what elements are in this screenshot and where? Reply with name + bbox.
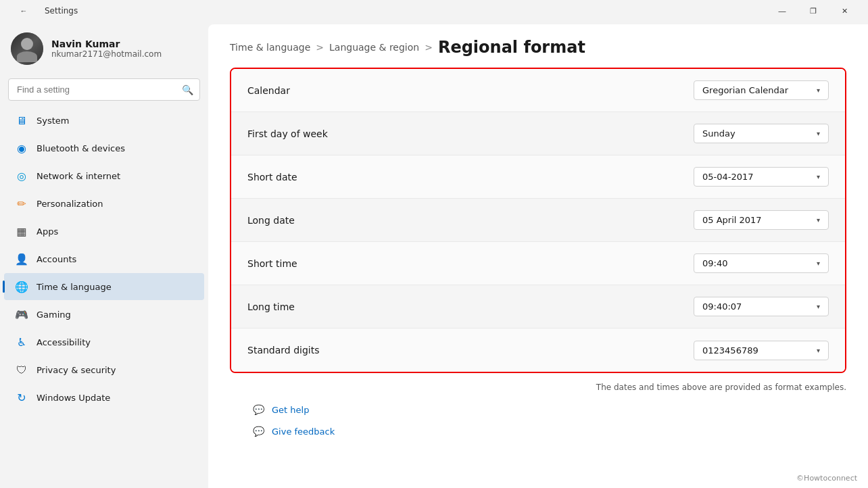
back-button[interactable]: ← <box>8 0 39 22</box>
main-content: Time & language > Language & region > Re… <box>208 24 868 488</box>
help-icon: 💬 <box>251 403 265 416</box>
setting-value-6: 0123456789 <box>702 345 758 356</box>
system-icon: 🖥 <box>15 114 28 127</box>
sidebar-item-bluetooth[interactable]: ◉Bluetooth & devices <box>4 135 204 162</box>
search-input[interactable] <box>8 78 200 101</box>
sidebar-item-apps[interactable]: ▦Apps <box>4 218 204 245</box>
sidebar-item-accessibility[interactable]: ♿Accessibility <box>4 328 204 356</box>
sidebar-item-label-system: System <box>37 116 69 126</box>
search-icon: 🔍 <box>182 84 193 95</box>
chevron-down-icon-0: ▾ <box>817 87 820 94</box>
gaming-icon: 🎮 <box>15 308 28 321</box>
sidebar-item-label-time: Time & language <box>37 282 112 292</box>
sidebar-item-system[interactable]: 🖥System <box>4 107 204 134</box>
setting-dropdown-6[interactable]: 0123456789▾ <box>694 341 829 360</box>
give-feedback-link[interactable]: 💬 Give feedback <box>251 424 825 438</box>
setting-row-3: Long date05 April 2017▾ <box>231 199 845 242</box>
sidebar-item-label-network: Network & internet <box>37 171 120 181</box>
setting-value-2: 05-04-2017 <box>702 172 754 182</box>
setting-dropdown-3[interactable]: 05 April 2017▾ <box>694 210 829 230</box>
accounts-icon: 👤 <box>15 252 28 266</box>
setting-label-4: Short time <box>247 258 297 269</box>
chevron-down-icon-1: ▾ <box>817 130 820 137</box>
privacy-icon: 🛡 <box>15 363 28 376</box>
sidebar-item-accounts[interactable]: 👤Accounts <box>4 245 204 272</box>
sidebar-item-label-bluetooth: Bluetooth & devices <box>37 143 125 153</box>
apps-icon: ▦ <box>15 224 28 238</box>
sidebar-item-label-accounts: Accounts <box>37 254 76 264</box>
network-icon: ◎ <box>15 169 28 182</box>
setting-row-5: Long time09:40:07▾ <box>231 285 845 328</box>
bluetooth-icon: ◉ <box>15 141 28 155</box>
titlebar: ← Settings — ❐ ✕ <box>0 0 868 22</box>
setting-row-4: Short time09:40▾ <box>231 242 845 285</box>
update-icon: ↻ <box>15 391 28 404</box>
breadcrumb-sep2: > <box>425 42 433 53</box>
personalization-icon: ✏ <box>15 197 28 210</box>
setting-value-3: 05 April 2017 <box>702 215 762 225</box>
sidebar: Navin Kumar nkumar2171@hotmail.com 🔍 🖥Sy… <box>0 22 208 488</box>
setting-dropdown-4[interactable]: 09:40▾ <box>694 253 829 273</box>
setting-label-3: Long date <box>247 215 295 226</box>
setting-row-1: First day of weekSunday▾ <box>231 112 845 155</box>
close-button[interactable]: ✕ <box>829 0 860 22</box>
settings-content: CalendarGregorian Calendar▾First day of … <box>208 68 868 471</box>
search-box: 🔍 <box>8 78 200 101</box>
sidebar-item-label-personalization: Personalization <box>37 199 103 209</box>
setting-row-0: CalendarGregorian Calendar▾ <box>231 69 845 112</box>
nav-list: 🖥System◉Bluetooth & devices◎Network & in… <box>0 106 208 412</box>
setting-dropdown-2[interactable]: 05-04-2017▾ <box>694 167 829 187</box>
sidebar-item-label-privacy: Privacy & security <box>37 365 116 375</box>
accessibility-icon: ♿ <box>15 335 28 349</box>
sidebar-item-personalization[interactable]: ✏Personalization <box>4 190 204 217</box>
avatar-image <box>11 32 43 65</box>
setting-row-2: Short date05-04-2017▾ <box>231 155 845 199</box>
chevron-down-icon-4: ▾ <box>817 260 820 267</box>
sidebar-item-gaming[interactable]: 🎮Gaming <box>4 301 204 328</box>
chevron-down-icon-5: ▾ <box>817 303 820 310</box>
sidebar-item-network[interactable]: ◎Network & internet <box>4 162 204 189</box>
sidebar-item-update[interactable]: ↻Windows Update <box>4 384 204 411</box>
breadcrumb-part1[interactable]: Time & language <box>230 42 310 53</box>
setting-dropdown-5[interactable]: 09:40:07▾ <box>694 297 829 316</box>
format-note: The dates and times above are provided a… <box>230 379 846 395</box>
setting-row-6: Standard digits0123456789▾ <box>231 328 845 372</box>
sidebar-item-time[interactable]: 🌐Time & language <box>4 273 204 300</box>
feedback-icon: 💬 <box>251 424 265 438</box>
user-info: Navin Kumar nkumar2171@hotmail.com <box>51 39 162 59</box>
chevron-down-icon-3: ▾ <box>817 216 820 224</box>
footer-links: 💬 Get help 💬 Give feedback <box>230 395 846 449</box>
breadcrumb-part2[interactable]: Language & region <box>329 42 419 53</box>
setting-label-1: First day of week <box>247 128 328 139</box>
setting-dropdown-1[interactable]: Sunday▾ <box>694 124 829 143</box>
sidebar-item-label-apps: Apps <box>37 226 58 237</box>
watermark: ©Howtoconnect <box>208 471 868 488</box>
setting-label-6: Standard digits <box>247 345 319 356</box>
minimize-button[interactable]: — <box>767 0 798 22</box>
setting-value-0: Gregorian Calendar <box>702 85 788 95</box>
user-email: nkumar2171@hotmail.com <box>51 49 162 59</box>
breadcrumb-sep1: > <box>316 42 324 53</box>
avatar <box>11 32 43 65</box>
app-container: Navin Kumar nkumar2171@hotmail.com 🔍 🖥Sy… <box>0 22 868 488</box>
sidebar-item-privacy[interactable]: 🛡Privacy & security <box>4 356 204 383</box>
get-help-label: Get help <box>272 405 309 415</box>
sidebar-item-label-accessibility: Accessibility <box>37 337 91 347</box>
chevron-down-icon-6: ▾ <box>817 347 820 354</box>
setting-value-1: Sunday <box>702 128 736 139</box>
chevron-down-icon-2: ▾ <box>817 173 820 180</box>
time-icon: 🌐 <box>15 280 28 293</box>
setting-dropdown-0[interactable]: Gregorian Calendar▾ <box>694 80 829 100</box>
setting-value-4: 09:40 <box>702 258 727 268</box>
get-help-link[interactable]: 💬 Get help <box>251 403 825 416</box>
user-name: Navin Kumar <box>51 39 162 49</box>
breadcrumb-current: Regional format <box>438 38 585 57</box>
maximize-button[interactable]: ❐ <box>798 0 829 22</box>
setting-value-5: 09:40:07 <box>702 301 742 312</box>
titlebar-left: ← Settings <box>8 0 78 22</box>
setting-label-0: Calendar <box>247 85 290 96</box>
breadcrumb: Time & language > Language & region > Re… <box>208 24 868 68</box>
sidebar-item-label-update: Windows Update <box>37 393 110 403</box>
setting-label-2: Short date <box>247 172 297 182</box>
window-controls: — ❐ ✕ <box>767 0 860 22</box>
